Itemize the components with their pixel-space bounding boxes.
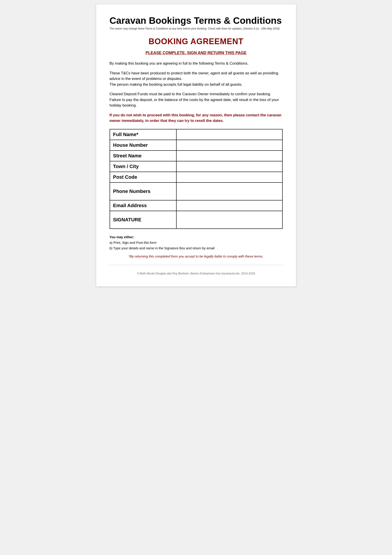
booking-form-table: Full Name*House NumberStreet NameTown / … xyxy=(110,129,283,229)
footer-divider xyxy=(110,265,283,265)
paragraph-3: Cleared Deposit Funds must be paid to th… xyxy=(110,91,283,108)
form-label-signature: SIGNATURE xyxy=(110,211,176,229)
form-input-signature[interactable] xyxy=(176,211,282,229)
form-label-full-name: Full Name* xyxy=(110,129,176,140)
form-label-house-number: House Number xyxy=(110,140,176,151)
instructions-heading-text: You may either: xyxy=(110,235,134,239)
form-input-full-name[interactable] xyxy=(176,129,282,140)
booking-agreement-title: BOOKING AGREEMENT xyxy=(110,37,283,46)
form-input-phone-numbers[interactable] xyxy=(176,183,282,200)
form-label-town-city: Town / City xyxy=(110,161,176,172)
paragraph-3b: Failure to pay the deposit, or the balan… xyxy=(110,98,279,108)
subtitle-text: The owner may change these Terms & Condi… xyxy=(110,27,242,30)
form-label-post-code: Post Code xyxy=(110,172,176,183)
paragraph-2a: These T&Cs have been produced to protect… xyxy=(110,71,278,81)
paragraph-3a: Cleared Deposit Funds must be paid to th… xyxy=(110,92,271,96)
form-input-house-number[interactable] xyxy=(176,140,282,151)
copyright-text: © Beth Nicole Douglas aka Roy Benham, Be… xyxy=(110,270,283,275)
instructions-heading: You may either: xyxy=(110,235,283,239)
instruction-option-b: b) Type your details and name in the Sig… xyxy=(110,246,283,250)
instruction-option-a: a) Print, Sign and Post this form xyxy=(110,241,283,244)
form-label-email-address: Email Address xyxy=(110,200,176,211)
form-label-phone-numbers: Phone Numbers xyxy=(110,183,176,200)
form-input-email-address[interactable] xyxy=(176,200,282,211)
paragraph-2b: The person making the booking accepts fu… xyxy=(110,82,242,87)
legal-note: *By returning this completed form you ac… xyxy=(110,254,283,258)
form-label-street-name: Street Name xyxy=(110,151,176,161)
page-container: Caravan Bookings Terms & Conditions The … xyxy=(96,4,296,286)
form-input-post-code[interactable] xyxy=(176,172,282,183)
version-text: (Version 5.1a - 29th May 2016) xyxy=(243,27,280,30)
please-complete-label: PLEASE COMPLETE, SIGN AND RETURN THIS PA… xyxy=(110,51,283,55)
main-title: Caravan Bookings Terms & Conditions xyxy=(110,15,283,26)
subtitle: The owner may change these Terms & Condi… xyxy=(110,27,283,30)
warning-text: If you do not wish to proceed with this … xyxy=(110,112,283,124)
paragraph-2: These T&Cs have been produced to protect… xyxy=(110,70,283,88)
form-input-town-city[interactable] xyxy=(176,161,282,172)
paragraph-1: By making this booking you are agreeing … xyxy=(110,61,283,66)
form-input-street-name[interactable] xyxy=(176,151,282,161)
